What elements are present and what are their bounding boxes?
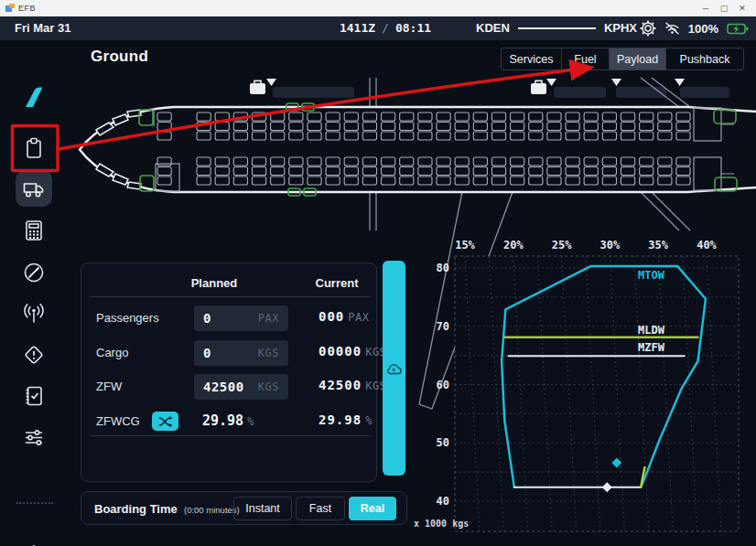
bulk-cargo-bar[interactable] — [680, 87, 729, 98]
seat[interactable] — [157, 132, 171, 140]
seat[interactable] — [326, 167, 340, 176]
seat[interactable] — [271, 157, 285, 166]
seat[interactable] — [511, 177, 524, 185]
seat[interactable] — [621, 157, 634, 166]
seat[interactable] — [418, 132, 432, 140]
seat[interactable] — [418, 177, 432, 185]
seat[interactable] — [602, 112, 616, 121]
seat[interactable] — [215, 112, 229, 121]
seat[interactable] — [602, 157, 616, 166]
seat[interactable] — [400, 177, 414, 185]
passengers-input[interactable]: 0 PAX — [194, 305, 288, 331]
seat[interactable] — [455, 157, 469, 166]
wifi-off-icon[interactable] — [664, 21, 680, 36]
seat[interactable] — [362, 112, 376, 121]
seat[interactable] — [566, 177, 579, 185]
seat[interactable] — [289, 157, 303, 166]
seat[interactable] — [289, 132, 303, 140]
seat[interactable] — [491, 167, 505, 176]
boarding-option-real[interactable]: Real — [349, 497, 396, 520]
seat[interactable] — [418, 123, 432, 131]
seat[interactable] — [437, 157, 450, 166]
seat[interactable] — [252, 167, 265, 176]
zfw-input[interactable]: 42500 KGS — [194, 374, 288, 400]
sidebar-item-performance[interactable] — [16, 212, 52, 249]
seat[interactable] — [197, 112, 211, 121]
seat[interactable] — [529, 123, 543, 131]
sidebar-item-presets[interactable] — [16, 419, 52, 455]
seat[interactable] — [400, 123, 414, 131]
seat[interactable] — [215, 132, 229, 140]
seat[interactable] — [658, 177, 672, 185]
seat[interactable] — [382, 123, 395, 131]
seat[interactable] — [362, 177, 376, 185]
seat[interactable] — [344, 112, 358, 121]
seat[interactable] — [621, 132, 634, 140]
seat[interactable] — [197, 132, 211, 140]
seat[interactable] — [326, 157, 340, 166]
seat[interactable] — [491, 123, 505, 131]
seat[interactable] — [418, 157, 432, 166]
seat[interactable] — [157, 112, 171, 121]
seat[interactable] — [511, 132, 524, 140]
seat[interactable] — [382, 132, 395, 140]
seat[interactable] — [215, 123, 229, 131]
seat[interactable] — [547, 132, 561, 140]
cargo-input[interactable]: 0 KGS — [194, 340, 288, 366]
seat[interactable] — [473, 157, 487, 166]
sidebar-item-failures[interactable] — [16, 337, 52, 373]
seat[interactable] — [157, 157, 171, 166]
seat[interactable] — [197, 167, 211, 176]
seat[interactable] — [197, 157, 211, 166]
maximize-button[interactable]: ▢ — [716, 4, 732, 13]
boarding-option-instant[interactable]: Instant — [233, 497, 292, 520]
seat[interactable] — [529, 167, 543, 176]
sidebar-item-atc[interactable] — [16, 295, 52, 332]
seat[interactable] — [382, 167, 395, 176]
seat[interactable] — [252, 112, 265, 121]
seat[interactable] — [566, 123, 579, 131]
seat[interactable] — [308, 132, 321, 140]
seat[interactable] — [566, 167, 579, 176]
seat[interactable] — [418, 112, 432, 121]
seat[interactable] — [326, 177, 340, 185]
seat[interactable] — [529, 177, 543, 185]
seat[interactable] — [215, 177, 229, 185]
seat[interactable] — [308, 177, 321, 185]
seat[interactable] — [344, 132, 358, 140]
seat[interactable] — [473, 112, 487, 121]
fwd-cargo-bar[interactable] — [273, 87, 354, 98]
seat[interactable] — [362, 123, 376, 131]
seat[interactable] — [529, 112, 543, 121]
seat[interactable] — [511, 167, 524, 176]
aft-cargo-bar-1[interactable] — [554, 87, 606, 98]
seat[interactable] — [382, 157, 395, 166]
seat[interactable] — [382, 112, 395, 121]
seat[interactable] — [621, 177, 634, 185]
seat[interactable] — [676, 123, 690, 131]
seat[interactable] — [157, 167, 171, 176]
seat[interactable] — [602, 167, 616, 176]
seat[interactable] — [602, 123, 616, 131]
seat[interactable] — [382, 177, 395, 185]
seat[interactable] — [566, 132, 579, 140]
quick-settings-gear-icon[interactable] — [640, 20, 656, 37]
seat[interactable] — [418, 167, 432, 176]
seat[interactable] — [511, 157, 524, 166]
seat[interactable] — [621, 123, 634, 131]
seat[interactable] — [676, 112, 690, 121]
seat[interactable] — [233, 177, 247, 185]
seat[interactable] — [547, 112, 561, 121]
seat[interactable] — [233, 112, 247, 121]
seat[interactable] — [308, 167, 321, 176]
seat[interactable] — [326, 112, 340, 121]
seat[interactable] — [344, 157, 358, 166]
seat[interactable] — [676, 167, 690, 176]
seat[interactable] — [658, 157, 672, 166]
seat[interactable] — [658, 112, 672, 121]
seat[interactable] — [308, 112, 321, 121]
seat[interactable] — [584, 177, 598, 185]
sidebar-item-settings[interactable] — [16, 537, 52, 546]
seat[interactable] — [437, 167, 450, 176]
seat[interactable] — [252, 123, 265, 131]
